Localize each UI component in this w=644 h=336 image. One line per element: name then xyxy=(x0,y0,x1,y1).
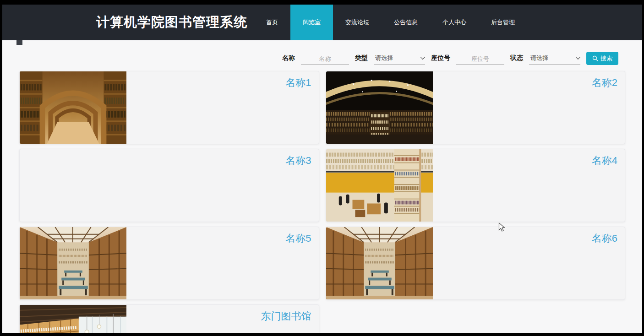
app-window: 计算机学院图书管理系统 首页 阅览室 交流论坛 公告信息 个人中心 xyxy=(0,0,644,336)
nav-item-label: 交流论坛 xyxy=(345,18,369,27)
nav-item-forum[interactable]: 交流论坛 xyxy=(333,5,382,40)
search-button-label: 搜索 xyxy=(600,54,612,63)
room-photo xyxy=(20,227,126,299)
filter-bar: 名称 类型 请选择 座位号 状态 请选择 搜索 xyxy=(2,51,618,65)
chevron-down-icon xyxy=(420,55,425,60)
nav-item-label: 阅览室 xyxy=(303,18,321,27)
room-name[interactable]: 名称4 xyxy=(592,154,617,168)
room-name[interactable]: 名称5 xyxy=(285,232,311,245)
type-select-value: 请选择 xyxy=(375,54,393,62)
chevron-down-icon xyxy=(576,55,580,60)
status-label: 状态 xyxy=(510,54,523,65)
yellow-loft-bookstore-illustration xyxy=(326,149,433,222)
room-name[interactable]: 名称2 xyxy=(592,76,617,90)
room-photo xyxy=(20,71,126,144)
room-card-grid: 名称1 xyxy=(19,71,625,333)
room-card[interactable]: 东门图书馆 xyxy=(19,304,319,333)
nav-item-personal-center[interactable]: 个人中心 xyxy=(430,5,479,40)
room-photo xyxy=(326,71,433,144)
name-input[interactable] xyxy=(301,53,349,65)
room-card[interactable]: 名称4 xyxy=(326,149,626,222)
top-navbar: 计算机学院图书管理系统 首页 阅览室 交流论坛 公告信息 个人中心 xyxy=(2,5,642,40)
room-photo xyxy=(20,305,126,333)
main-nav: 首页 阅览室 交流论坛 公告信息 个人中心 后台管理 xyxy=(254,5,527,40)
nav-item-reading-room[interactable]: 阅览室 xyxy=(290,5,333,40)
room-card[interactable]: 名称3 xyxy=(19,149,319,222)
room-card[interactable]: 名称5 xyxy=(19,227,319,300)
type-select[interactable]: 请选择 xyxy=(374,53,425,65)
modern-wood-interior-illustration xyxy=(20,305,126,333)
nav-item-admin[interactable]: 后台管理 xyxy=(479,5,527,40)
nav-item-label: 个人中心 xyxy=(442,18,466,27)
nav-item-label: 后台管理 xyxy=(491,18,515,27)
wooden-arches-library-illustration xyxy=(20,71,126,144)
wooden-columns-hall-illustration xyxy=(20,227,126,299)
room-name[interactable]: 名称6 xyxy=(592,232,617,245)
room-photo xyxy=(326,227,433,299)
room-card[interactable]: 名称6 xyxy=(326,227,626,300)
room-photo xyxy=(326,149,433,222)
nav-item-label: 首页 xyxy=(266,18,278,27)
name-label: 名称 xyxy=(282,54,295,65)
seat-label: 座位号 xyxy=(431,54,450,65)
search-icon xyxy=(592,55,598,61)
nav-item-announcements[interactable]: 公告信息 xyxy=(382,5,430,40)
room-name[interactable]: 东门图书馆 xyxy=(261,309,311,323)
type-label: 类型 xyxy=(355,54,368,65)
status-select[interactable]: 请选择 xyxy=(529,53,580,65)
room-card[interactable]: 名称1 xyxy=(19,71,319,144)
browser-viewport: 计算机学院图书管理系统 首页 阅览室 交流论坛 公告信息 个人中心 xyxy=(2,5,642,333)
site-title: 计算机学院图书管理系统 xyxy=(96,13,247,32)
header-notch xyxy=(16,40,22,45)
room-name[interactable]: 名称1 xyxy=(285,76,311,90)
room-card[interactable]: 名称2 xyxy=(326,71,626,144)
status-select-value: 请选择 xyxy=(530,54,548,62)
search-button[interactable]: 搜索 xyxy=(586,52,618,65)
dark-circular-bookstore-illustration xyxy=(326,71,433,144)
seat-input[interactable] xyxy=(456,53,504,65)
nav-item-home[interactable]: 首页 xyxy=(254,5,290,40)
nav-item-label: 公告信息 xyxy=(394,18,418,27)
room-name[interactable]: 名称3 xyxy=(285,154,311,168)
wooden-columns-hall-illustration xyxy=(326,227,433,299)
